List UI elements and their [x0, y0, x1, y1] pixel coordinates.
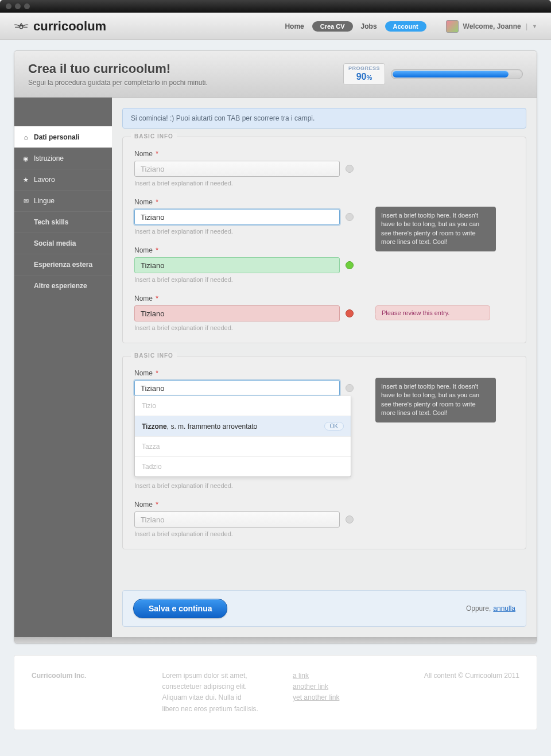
status-dot-icon	[346, 384, 354, 392]
tooltip: Insert a brief tooltip here. It doesn't …	[375, 207, 496, 251]
mail-icon: ✉	[22, 197, 29, 204]
error-tooltip: Please review this entry.	[375, 305, 490, 320]
field-label: Nome *	[134, 150, 514, 158]
field-nome-autocomplete: Nome * Insert a brief tooltip here. It d…	[134, 369, 514, 489]
field-label: Nome *	[134, 369, 514, 377]
legend: BASIC INFO	[131, 133, 177, 139]
autocomplete-dropdown: Tizio Tizzone, s. m. frammento arroventa…	[134, 396, 351, 477]
sidebar-item-esperienza-estera[interactable]: Esperienza estera	[14, 254, 112, 275]
legend: BASIC INFO	[131, 352, 177, 359]
panel-footer-shadow	[14, 637, 537, 643]
avatar	[446, 20, 459, 33]
logo[interactable]: curricoolum	[14, 19, 106, 34]
sidebar: ⌂Dati personali ◉Istruzione ★Lavoro ✉Lin…	[14, 98, 112, 637]
nav-account[interactable]: Account	[385, 21, 426, 32]
fieldset-basic-info-2: BASIC INFO Nome * Insert a brief tooltip…	[122, 356, 526, 549]
autocomplete-item[interactable]: Tazza	[135, 436, 351, 456]
actions-or: Oppure,annulla	[466, 604, 515, 612]
field-hint: Insert a brief explanation if needed.	[134, 276, 514, 283]
sidebar-item-dati-personali[interactable]: ⌂Dati personali	[14, 126, 112, 148]
window-chrome	[0, 0, 551, 13]
svg-point-0	[20, 25, 22, 28]
field-hint: Insert a brief explanation if needed.	[134, 324, 514, 331]
star-icon: ★	[22, 176, 29, 183]
info-alert: Si comincia! :) Puoi aiutarti con TAB pe…	[122, 108, 526, 129]
status-dot-icon	[346, 165, 354, 173]
sidebar-item-lavoro[interactable]: ★Lavoro	[14, 169, 112, 190]
field-nome-success: Nome * Insert a brief explanation if nee…	[134, 246, 514, 283]
field-hint: Insert a brief explanation if needed.	[134, 530, 514, 537]
sidebar-item-tech-skills[interactable]: Tech skills	[14, 211, 112, 232]
footer-link[interactable]: a link	[293, 670, 389, 681]
progress-fill	[393, 71, 509, 77]
progress-value: 90	[356, 72, 367, 82]
panel-header: Crea il tuo curricoolum! Segui la proced…	[14, 51, 537, 98]
field-label: Nome *	[134, 246, 514, 254]
autocomplete-ok-badge[interactable]: OK	[324, 422, 344, 431]
nome-input[interactable]	[134, 305, 340, 321]
traffic-light-close-icon[interactable]	[6, 3, 11, 9]
progress: PROGRESS 90%	[343, 63, 523, 84]
progress-bar	[391, 69, 523, 79]
brand-text: curricoolum	[33, 19, 106, 34]
footer: Curricoolum Inc. Lorem ipsum dolor sit a…	[14, 655, 537, 730]
page-subtitle: Segui la procedura guidata per completar…	[28, 79, 208, 87]
autocomplete-item[interactable]: Tadzio	[135, 456, 351, 476]
field-label: Nome *	[134, 294, 514, 303]
nome-input[interactable]	[134, 209, 340, 225]
cancel-link[interactable]: annulla	[493, 604, 515, 612]
field-label: Nome *	[134, 501, 514, 509]
nome-input[interactable]	[134, 380, 340, 396]
field-nome-focus: Nome * Insert a brief tooltip here. It d…	[134, 198, 514, 235]
nome-input[interactable]	[134, 161, 340, 177]
wings-icon	[14, 21, 29, 32]
field-nome-error: Nome * Please review this entry. Insert …	[134, 294, 514, 331]
footer-link[interactable]: yet another link	[293, 692, 389, 703]
field-hint: Insert a brief explanation if needed.	[134, 180, 514, 187]
status-dot-icon	[346, 515, 354, 524]
topbar: curricoolum Home Crea CV Jobs Account We…	[0, 13, 551, 40]
field-hint: Insert a brief explanation if needed.	[134, 482, 514, 489]
status-dot-err-icon	[346, 309, 354, 317]
main-nav: Home Crea CV Jobs Account Welcome, Joann…	[285, 20, 537, 33]
autocomplete-item-selected[interactable]: Tizzone, s. m. frammento arroventatoOK	[135, 416, 351, 436]
nav-crea-cv[interactable]: Crea CV	[312, 21, 353, 32]
fieldset-basic-info-1: BASIC INFO Nome * Insert a brief explana…	[122, 137, 526, 343]
page-title: Crea il tuo curricoolum!	[28, 61, 208, 76]
footer-lorem: Lorem ipsum dolor sit amet, consectetuer…	[162, 670, 259, 715]
divider: |	[526, 22, 527, 30]
autocomplete-item[interactable]: Tizio	[135, 396, 351, 416]
field-nome-default: Nome * Insert a brief explanation if nee…	[134, 150, 514, 187]
field-nome-default-2: Nome * Insert a brief explanation if nee…	[134, 501, 514, 537]
footer-company: Curricoolum Inc.	[32, 670, 128, 681]
sidebar-item-altre-esperienze[interactable]: Altre esperienze	[14, 275, 112, 296]
sidebar-item-lingue[interactable]: ✉Lingue	[14, 190, 112, 211]
sidebar-item-social-media[interactable]: Social media	[14, 232, 112, 254]
home-icon: ⌂	[22, 134, 29, 141]
save-continue-button[interactable]: Salva e continua	[133, 599, 227, 618]
main-content: Si comincia! :) Puoi aiutarti con TAB pe…	[112, 98, 537, 637]
nav-home[interactable]: Home	[285, 22, 304, 30]
tooltip: Insert a brief tooltip here. It doesn't …	[375, 378, 496, 422]
chevron-down-icon: ▼	[532, 24, 537, 29]
target-icon: ◉	[22, 155, 29, 162]
footer-copy: All content © Curricoolum 2011	[424, 670, 520, 715]
status-dot-icon	[346, 213, 354, 221]
nav-jobs[interactable]: Jobs	[361, 22, 377, 30]
traffic-light-max-icon[interactable]	[24, 3, 30, 9]
welcome-text: Welcome, Joanne	[463, 22, 521, 30]
actions-bar: Salva e continua Oppure,annulla	[122, 590, 526, 627]
progress-label: PROGRESS	[348, 66, 380, 72]
field-label: Nome *	[134, 198, 514, 206]
sidebar-item-istruzione[interactable]: ◉Istruzione	[14, 148, 112, 169]
nome-input[interactable]	[134, 511, 340, 528]
status-dot-ok-icon	[346, 261, 354, 269]
nome-input[interactable]	[134, 257, 340, 273]
user-menu[interactable]: Welcome, Joanne | ▼	[446, 20, 537, 33]
wizard-panel: Crea il tuo curricoolum! Segui la proced…	[14, 51, 537, 643]
footer-link[interactable]: another link	[293, 681, 389, 692]
traffic-light-min-icon[interactable]	[15, 3, 21, 9]
